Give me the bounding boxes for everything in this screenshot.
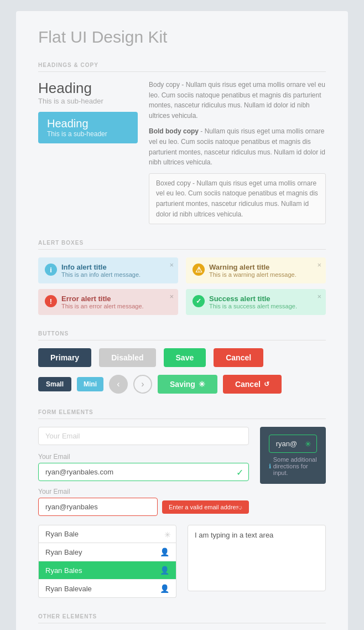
page-title: Flat UI Design Kit bbox=[38, 28, 326, 47]
check-icon: ✓ bbox=[236, 467, 243, 477]
person-icon-0: 👤 bbox=[160, 548, 169, 556]
email-plain-input[interactable] bbox=[38, 427, 249, 445]
email-error-label: Your Email bbox=[38, 488, 249, 495]
autocomplete-col: ✳ Ryan Baley 👤 Ryan Bales 👤 Ryan Baleval… bbox=[38, 525, 176, 598]
headings-right: Body copy - Nullam quis risus eget uma m… bbox=[149, 80, 326, 224]
alert-error: × ! Error alert title This is an error a… bbox=[38, 289, 178, 315]
person-icon-2: 👤 bbox=[160, 584, 169, 593]
form-label: FORM ELEMENTS bbox=[38, 409, 326, 419]
info-icon: ℹ bbox=[269, 463, 271, 470]
autocomplete-name-0: Ryan Baley bbox=[45, 548, 82, 556]
alert-success-close[interactable]: × bbox=[317, 292, 321, 301]
email-error-wrap: ✕ Enter a valid email address bbox=[38, 498, 249, 516]
heading-h1: Heading bbox=[38, 80, 138, 97]
form-row-top: Your Email ✓ Your Email ✕ Enter a valid … bbox=[38, 427, 326, 516]
alerts-section: ALERT BOXES × i Info alert title This is… bbox=[38, 240, 326, 315]
alerts-label: ALERT BOXES bbox=[38, 240, 326, 250]
alert-error-icon: ! bbox=[45, 295, 57, 307]
alert-warning-close[interactable]: × bbox=[317, 261, 321, 269]
textarea-col: I am typing in a text area bbox=[188, 525, 326, 593]
buttons-section: BUTTONS Primary Disabled Save Cancel Sma… bbox=[38, 331, 326, 394]
alert-info-close[interactable]: × bbox=[169, 261, 174, 269]
alert-success-title: Success alert title bbox=[209, 295, 297, 303]
alert-success: × ✓ Success alert title This is a succes… bbox=[186, 289, 326, 315]
alert-success-msg: This is a success alert message. bbox=[209, 303, 297, 309]
autocomplete-spinner-icon: ✳ bbox=[164, 530, 171, 539]
body-copy: Body copy - Nullam quis risus eget uma m… bbox=[149, 80, 326, 121]
autocomplete-item-1[interactable]: Ryan Bales 👤 bbox=[39, 561, 176, 580]
prev-arrow-button[interactable]: ‹ bbox=[109, 375, 128, 394]
alert-warning-content: Warning alert title This is a warning al… bbox=[209, 263, 297, 278]
autocomplete-item-0[interactable]: Ryan Baley 👤 bbox=[39, 543, 176, 561]
heading-box-sub: This is a sub-header bbox=[47, 130, 129, 138]
alert-info-msg: This is an info alert message. bbox=[61, 271, 141, 278]
alert-error-content: Error alert title This is an error alert… bbox=[61, 295, 144, 309]
saving-label: Saving bbox=[170, 380, 195, 389]
email-valid-wrap: ✓ bbox=[38, 463, 249, 481]
alert-warning: × ⚠ Warning alert title This is a warnin… bbox=[186, 257, 326, 283]
buttons-row2: Small Mini ‹ › Saving ✳ Cancel ↺ bbox=[38, 375, 326, 394]
error-x-icon: ✕ bbox=[236, 502, 243, 512]
autocomplete-item-2[interactable]: Ryan Balevale 👤 bbox=[39, 580, 176, 597]
person-icon-1: 👤 bbox=[160, 566, 169, 575]
autocomplete-name-1: Ryan Bales bbox=[45, 566, 82, 575]
alert-warning-title: Warning alert title bbox=[209, 263, 297, 271]
cancel2-icon: ↺ bbox=[264, 380, 269, 388]
dark-spinner-icon: ✳ bbox=[305, 440, 311, 448]
form-left-col: Your Email ✓ Your Email ✕ Enter a valid … bbox=[38, 427, 249, 516]
disabled-button: Disabled bbox=[99, 348, 155, 367]
alert-error-close[interactable]: × bbox=[169, 292, 174, 301]
alerts-row: × i Info alert title This is an info ale… bbox=[38, 257, 326, 283]
alerts-row2: × ! Error alert title This is an error a… bbox=[38, 289, 326, 315]
buttons-row1: Primary Disabled Save Cancel bbox=[38, 348, 326, 367]
alert-warning-icon: ⚠ bbox=[193, 264, 205, 276]
email-error-input[interactable] bbox=[38, 498, 158, 516]
cancel-button[interactable]: Cancel bbox=[214, 348, 263, 367]
autocomplete-name-2: Ryan Balevale bbox=[45, 585, 92, 593]
alert-error-title: Error alert title bbox=[61, 295, 144, 303]
textarea-input[interactable]: I am typing in a text area bbox=[188, 525, 326, 591]
heading-box: Heading This is a sub-header bbox=[38, 112, 138, 143]
alert-info-title: Info alert title bbox=[61, 263, 141, 271]
email-valid-label: Your Email bbox=[38, 453, 249, 461]
saving-button[interactable]: Saving ✳ bbox=[158, 375, 217, 394]
saving-spinner-icon: ✳ bbox=[199, 380, 205, 389]
heading-subheader: This is a sub-header bbox=[38, 97, 138, 105]
next-arrow-button[interactable]: › bbox=[133, 375, 152, 394]
headings-left: Heading This is a sub-header Heading Thi… bbox=[38, 80, 138, 224]
dark-help-text: ℹ Some additional directions for input. bbox=[269, 456, 317, 476]
save-button[interactable]: Save bbox=[164, 348, 206, 367]
boxed-copy: Boxed copy - Nullam quis risus eget uma … bbox=[149, 173, 326, 224]
autocomplete-input[interactable] bbox=[38, 525, 176, 543]
bold-copy: Bold body copy - Nullam quis risus eget … bbox=[149, 126, 326, 167]
dark-input-wrap: ✳ bbox=[269, 435, 317, 453]
form-row-bottom: ✳ Ryan Baley 👤 Ryan Bales 👤 Ryan Baleval… bbox=[38, 525, 326, 598]
form-section: FORM ELEMENTS Your Email ✓ Your Email ✕ … bbox=[38, 409, 326, 598]
primary-button[interactable]: Primary bbox=[38, 348, 91, 367]
form-right-col: ✳ ℹ Some additional directions for input… bbox=[260, 427, 326, 484]
other-label: OTHER ELEMENTS bbox=[38, 613, 326, 623]
alert-error-msg: This is an error alert message. bbox=[61, 303, 144, 309]
heading-box-h1: Heading bbox=[47, 117, 129, 130]
alert-info-icon: i bbox=[45, 264, 57, 276]
headings-section: HEADINGS & COPY Heading This is a sub-he… bbox=[38, 62, 326, 224]
email-valid-input[interactable] bbox=[38, 463, 249, 481]
alert-warning-msg: This is a warning alert message. bbox=[209, 271, 297, 278]
other-section: OTHER ELEMENTS This is a hover tooltip S… bbox=[38, 613, 326, 630]
autocomplete-dropdown: Ryan Baley 👤 Ryan Bales 👤 Ryan Balevale … bbox=[38, 543, 176, 598]
alert-info: × i Info alert title This is an info ale… bbox=[38, 257, 178, 283]
small-button[interactable]: Small bbox=[38, 377, 71, 391]
alert-info-content: Info alert title This is an info alert m… bbox=[61, 263, 141, 278]
autocomplete-wrap: ✳ Ryan Baley 👤 Ryan Bales 👤 Ryan Baleval… bbox=[38, 525, 176, 598]
dark-form-box: ✳ ℹ Some additional directions for input… bbox=[260, 427, 326, 484]
cancel2-label: Cancel bbox=[235, 380, 261, 389]
alert-success-icon: ✓ bbox=[193, 295, 205, 307]
buttons-label: BUTTONS bbox=[38, 331, 326, 340]
cancel2-button[interactable]: Cancel ↺ bbox=[223, 375, 282, 394]
alert-success-content: Success alert title This is a success al… bbox=[209, 295, 297, 309]
mini-button[interactable]: Mini bbox=[77, 377, 103, 391]
headings-label: HEADINGS & COPY bbox=[38, 62, 326, 72]
